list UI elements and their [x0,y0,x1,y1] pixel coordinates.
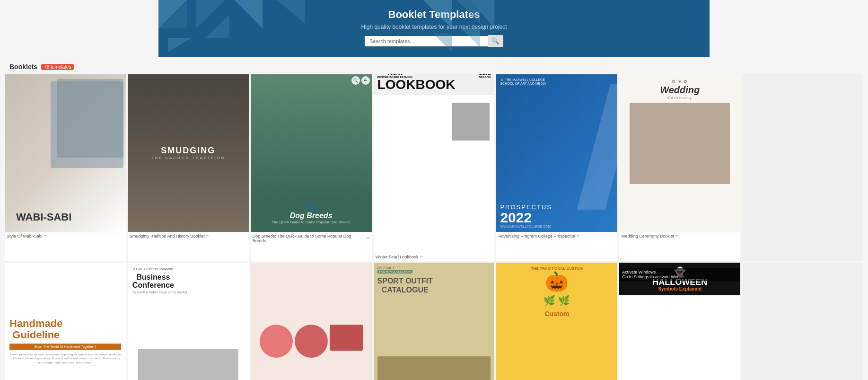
card-label: Winter Scarf Lookbook ✏ [374,253,495,261]
edit-icon[interactable]: ✏ [206,234,209,238]
search-input[interactable] [365,36,488,46]
sport-photo [377,356,491,380]
diagonal-shape [577,84,618,210]
search-bar[interactable]: 🔍 [168,35,700,47]
template-card-sport-outfit[interactable]: Issue Vol. 1 FASHION COLLECTION SPORT OU… [374,263,495,380]
prosp-year: 2022 [500,211,532,225]
template-card-wedding[interactable]: ✿ ❦ ✿ Wedding Ceremony Wedding Ceremony … [619,74,740,261]
smudging-title: SMUDGING [161,146,215,156]
handmade-body: Lorem ipsum dolor sit amet consectetur a… [9,353,121,364]
trad-header: THE TRADITIONAL CUSTOM [531,266,583,271]
card-label: Style Of Wabi-Sabi ✏ [5,232,126,240]
header-subtitle: High quality booklet templates for your … [168,24,700,30]
card-label: Wedding Ceremony Booklet ✏ [619,232,740,240]
template-card-halloween[interactable]: 👻 HALLOWEEN Symbols Explained Activate W… [619,263,740,380]
search-button[interactable]: 🔍 [488,35,503,47]
flower-top: ✿ ❦ ✿ [672,79,688,84]
plant-right: 🌿 [558,295,570,306]
biz-title: BusinessConference [132,273,174,290]
dog-subtitle: The Quick Guide to Some Popular Dog Bree… [272,220,350,224]
smudging-subtitle: THE SACRED TRADITION [151,156,225,160]
zoom-icon[interactable]: 🔍 [351,76,360,85]
food-images [255,320,368,362]
biz-subtitle: To reach a higher stage of the market [132,291,187,294]
edit-icon[interactable]: ✏ [44,234,47,238]
windows-activate-overlay: Activate WindowsGo to Settings to activa… [619,268,740,281]
card-label: Advertising Program College Prospectus ✏ [496,232,617,240]
dog-title: Dog Breeds [290,212,333,220]
lookbook-title: LOOKBOOK [377,78,456,91]
breadcrumb: Booklets 76 templates [0,57,868,74]
template-card-lookbook[interactable]: LOOKBOOK VOL. 50 WINTER SCARF FASHION BL… [374,74,495,261]
lookbook-vol: VOL. 50 WINTER SCARF FASHION [377,74,412,79]
breadcrumb-badge: 76 templates [41,64,74,70]
card-label: Smudging Tradition And History Booklet ✏ [128,232,249,240]
template-card-prospectus[interactable]: ⊙ THE MAXWELL COLLEGESCHOOL OF ART AND M… [496,74,617,261]
template-card-traditional[interactable]: THE TRADITIONAL CUSTOM 🎃 🌿 🌿 Custom Trad… [496,263,617,380]
edit-icon[interactable]: ✏ [420,255,423,259]
pumpkin-icon: 🎃 [545,271,569,293]
handmade-banner: Enter The World Of Handmade Together ! [9,344,121,350]
prosp-url: WWW.MAXWELLCOLLEGE.COM [500,225,551,228]
wedding-photo [630,103,730,184]
edit-icon[interactable]: ✏ [577,234,580,238]
biz-logo: ⊙ GBC Business Company [132,267,173,271]
food-circle-2 [295,325,328,358]
custom-label: Custom [544,310,569,318]
empty-slot-r2c7 [742,263,863,380]
wedding-title: Wedding [660,85,700,96]
template-card-food[interactable]: Food Recipe Booklet ✏ [251,263,372,380]
wabi-title: WABI-SABI [12,212,75,226]
edit-card-icon[interactable]: ✏ [361,76,370,85]
plant-left: 🌿 [544,295,555,306]
sport-badge: FASHION COLLECTION [377,270,412,274]
college-name: ⊙ THE MAXWELL COLLEGESCHOOL OF ART AND M… [500,78,546,85]
building-photo [138,349,238,380]
handmade-title: HandmadeGuideline [9,318,62,341]
sport-title: SPORT OUTFITCATALOGUE [377,276,433,294]
wedding-sub: Ceremony [667,96,693,100]
halloween-subtitle: Symbols Explained [658,286,701,292]
breadcrumb-label: Booklets [9,63,37,71]
food-item [330,325,363,351]
template-card-smudging[interactable]: SMUDGING THE SACRED TRADITION Smudging T… [128,74,249,261]
lookbook-blue: BLUE SEASON [479,74,491,79]
plant-icons: 🌿 🌿 [544,295,570,306]
person-photo [452,103,490,141]
template-grid: WABI-SABI Style Of Wabi-Sabi ✏ SMUDGING … [0,74,868,380]
header-title: Booklet Templates [168,9,700,21]
template-card-dog-breeds[interactable]: 🐾 Dog Breeds The Quick Guide to Some Pop… [251,74,372,261]
template-card-handmade[interactable]: HandmadeGuideline Enter The World Of Han… [5,263,126,380]
template-card-business[interactable]: ⊙ GBC Business Company BusinessConferenc… [128,263,249,380]
template-card-wabi-sabi[interactable]: WABI-SABI Style Of Wabi-Sabi ✏ [5,74,126,261]
card-label: Dog Breeds: The Quick Guide to Some Popu… [251,232,372,245]
vol-subtitle: WINTER SCARF FASHION [377,76,412,79]
paw-icon: 🐾 [306,201,316,212]
edit-icon[interactable]: ✏ [367,236,370,240]
edit-icon[interactable]: ✏ [675,234,679,238]
sport-issue: Issue Vol. 1 [377,266,395,270]
empty-slot-r1c7 [742,74,863,261]
hover-controls: 🔍 ✏ [351,76,370,85]
food-circle-1 [260,325,293,358]
room-image [57,79,123,158]
header: Booklet Templates High quality booklet t… [0,0,868,57]
